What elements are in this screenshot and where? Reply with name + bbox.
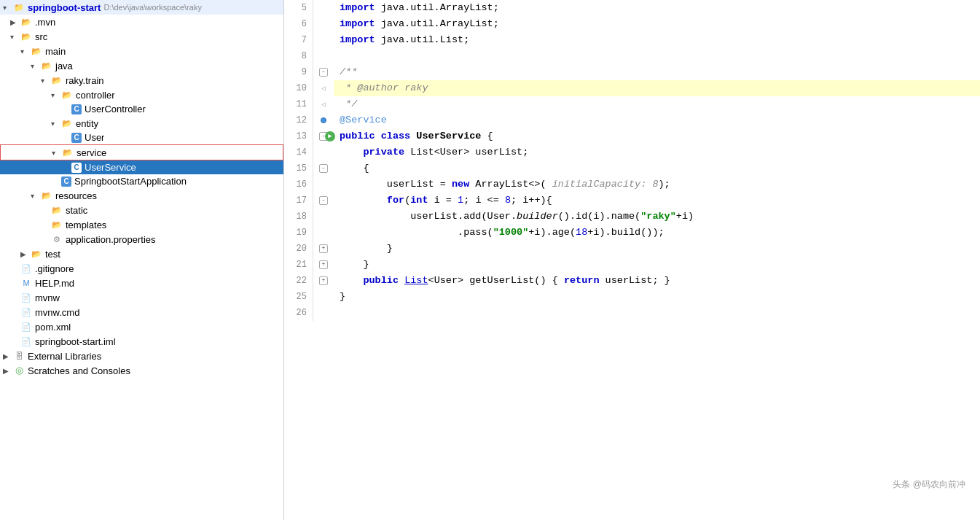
tree-item-java[interactable]: ▾ 📂 java (0, 58, 283, 73)
folder-icon-raky-train: 📂 (51, 74, 63, 86)
fold-btn-9[interactable]: - (319, 68, 328, 77)
fold-btn-15[interactable]: - (319, 164, 328, 173)
folder-icon-templates: 📂 (51, 219, 63, 230)
label-entity: entity (76, 118, 98, 129)
code-line-19: 19 .pass("1000"+i).age(18+i).build()); (284, 225, 980, 241)
code-editor[interactable]: 5 import java.util.ArrayList; 6 import j… (284, 0, 980, 520)
gutter-9: - (313, 64, 334, 80)
watermark: 头条 @码农向前冲 (893, 478, 965, 491)
line-num-20: 20 (284, 241, 313, 257)
line-num-11: 11 (284, 96, 313, 112)
code-line-7: 7 import java.util.List; (284, 32, 980, 48)
code-line-10: 10 ◁ * @author raky (284, 80, 980, 96)
tree-item-controller[interactable]: ▾ 📂 controller (0, 88, 283, 102)
line-num-19: 19 (284, 225, 313, 241)
label-main: main (45, 46, 66, 57)
tree-item-static[interactable]: 📂 static (0, 203, 283, 217)
folder-icon-src: 📂 (20, 31, 32, 42)
gutter-10: ◁ (313, 80, 334, 96)
tree-item-entity[interactable]: ▾ 📂 entity (0, 116, 283, 131)
gutter-12 (313, 112, 334, 128)
code-text-12: @Service (334, 112, 980, 128)
arrow-test: ▶ (20, 250, 31, 258)
arrow-app-properties (41, 236, 51, 244)
tree-item-help-md[interactable]: M HELP.md (0, 276, 283, 290)
tree-item-templates[interactable]: 📂 templates (0, 217, 283, 232)
tree-item-mvnw-cmd[interactable]: 📄 mvnw.cmd (0, 305, 283, 319)
code-text-19: .pass("1000"+i).age(18+i).build()); (334, 225, 980, 241)
tree-item-iml[interactable]: 📄 springboot-start.iml (0, 334, 283, 349)
line-num-7: 7 (284, 32, 313, 48)
tree-item-root[interactable]: ▾ 📁 springboot-start D:\dev\java\workspa… (0, 0, 283, 15)
label-gitignore: .gitignore (35, 263, 74, 274)
class-icon-springboot-app: C (61, 176, 71, 187)
gutter-20: + (313, 241, 334, 257)
folder-icon-entity: 📂 (61, 117, 73, 129)
code-text-10: * @author raky (334, 80, 980, 96)
mvnw-icon: 📄 (20, 292, 32, 303)
code-text-22: public List<User> getUserList() { return… (334, 273, 980, 289)
code-text-8 (334, 48, 980, 64)
gutter-arrow-11: ◁ (321, 100, 326, 109)
tree-item-raky-train[interactable]: ▾ 📂 raky.train (0, 73, 283, 88)
folder-icon-controller: 📂 (61, 89, 73, 101)
code-text-16: userList = new ArrayList<>( initialCapac… (334, 176, 980, 193)
code-line-8: 8 (284, 48, 980, 64)
tree-item-mvn[interactable]: ▶ 📂 .mvn (0, 15, 283, 29)
arrow-raky-train: ▾ (41, 77, 51, 85)
tree-item-resources[interactable]: ▾ 📂 resources (0, 188, 283, 203)
gutter-26 (313, 305, 334, 321)
fold-btn-20[interactable]: + (319, 244, 328, 253)
tree-item-scratches[interactable]: ▶ ◎ Scratches and Consoles (0, 363, 283, 378)
tree-item-test[interactable]: ▶ 📂 test (0, 247, 283, 261)
code-line-11: 11 ◁ */ (284, 96, 980, 112)
tree-item-pom-xml[interactable]: 📄 pom.xml (0, 319, 283, 334)
code-text-9: /** (334, 64, 980, 80)
class-icon-user: C (71, 133, 82, 143)
gutter-16 (313, 176, 334, 193)
arrow-user (61, 133, 71, 141)
md-icon: M (20, 277, 32, 289)
tree-item-ext-lib[interactable]: ▶ 🗄 External Libraries (0, 349, 283, 363)
label-mvnw-cmd: mvnw.cmd (35, 307, 79, 318)
tree-item-usercontroller[interactable]: C UserController (0, 102, 283, 116)
file-tree[interactable]: ▾ 📁 springboot-start D:\dev\java\workspa… (0, 0, 284, 520)
gutter-21: + (313, 257, 334, 273)
arrow-service: ▾ (52, 149, 62, 157)
tree-item-mvnw[interactable]: 📄 mvnw (0, 290, 283, 305)
tree-item-gitignore[interactable]: 📄 .gitignore (0, 261, 283, 276)
tree-item-app-properties[interactable]: ⚙ application.properties (0, 232, 283, 247)
code-line-25: 25 } (284, 289, 980, 305)
gutter-11: ◁ (313, 96, 334, 112)
gutter-25 (313, 289, 334, 305)
tree-item-service[interactable]: ▾ 📂 service (0, 144, 283, 160)
arrow-resources: ▾ (31, 192, 41, 200)
fold-btn-21[interactable]: + (319, 260, 328, 269)
arrow-controller: ▾ (51, 91, 61, 99)
arrow-mvnw (10, 294, 20, 302)
folder-icon-java: 📂 (41, 60, 52, 71)
code-text-11: */ (334, 96, 980, 112)
line-num-10: 10 (284, 80, 313, 96)
gutter-22: + (313, 273, 334, 289)
code-line-6: 6 import java.util.ArrayList; (284, 16, 980, 32)
fold-btn-22[interactable]: + (319, 276, 328, 285)
run-icon-13[interactable]: ▶ (325, 131, 335, 141)
tree-item-user[interactable]: C User (0, 131, 283, 144)
scratches-icon: ◎ (13, 365, 25, 376)
folder-icon-test: 📂 (31, 248, 42, 260)
label-resources: resources (55, 190, 97, 201)
label-mvnw: mvnw (35, 292, 60, 303)
arrow-entity: ▾ (51, 120, 61, 128)
label-userservice: UserService (85, 162, 136, 173)
line-num-17: 17 (284, 193, 313, 209)
code-text-5: import java.util.ArrayList; (334, 0, 980, 16)
tree-item-springboot-app[interactable]: C SpringbootStartApplication (0, 174, 283, 188)
label-test: test (45, 249, 60, 260)
tree-item-src[interactable]: ▾ 📂 src (0, 29, 283, 44)
tree-item-main[interactable]: ▾ 📂 main (0, 44, 283, 58)
arrow-java: ▾ (31, 62, 41, 70)
line-num-8: 8 (284, 48, 313, 64)
tree-item-userservice[interactable]: C UserService (0, 160, 283, 174)
fold-btn-17[interactable]: - (319, 196, 328, 205)
